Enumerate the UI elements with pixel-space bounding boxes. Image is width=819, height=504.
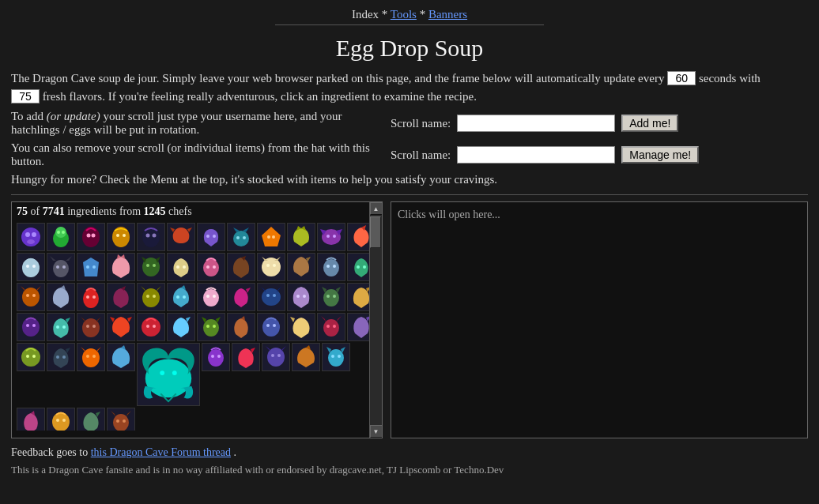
manage-form-label: You can also remove your scroll (or indi… xyxy=(11,141,391,168)
list-item[interactable] xyxy=(77,223,105,251)
list-item[interactable] xyxy=(257,283,285,311)
svg-point-80 xyxy=(92,325,96,328)
svg-point-40 xyxy=(203,259,219,276)
list-item[interactable] xyxy=(17,283,45,311)
svg-point-27 xyxy=(22,258,40,277)
list-item[interactable] xyxy=(47,223,75,251)
list-item[interactable] xyxy=(167,253,195,281)
list-item[interactable] xyxy=(227,223,255,251)
svg-point-87 xyxy=(262,318,280,337)
list-item[interactable] xyxy=(317,223,345,251)
chef-count: 1245 xyxy=(144,205,166,217)
list-item[interactable] xyxy=(227,313,255,341)
update-seconds-input[interactable] xyxy=(667,71,696,85)
list-item[interactable] xyxy=(287,223,315,251)
list-item[interactable] xyxy=(317,253,345,281)
svg-point-7 xyxy=(62,231,65,234)
list-item[interactable] xyxy=(197,223,225,251)
list-item[interactable] xyxy=(77,253,105,281)
list-item[interactable] xyxy=(107,253,135,281)
svg-point-3 xyxy=(27,239,35,244)
list-item[interactable] xyxy=(197,253,225,281)
list-item[interactable] xyxy=(167,223,195,251)
list-item[interactable] xyxy=(107,408,135,431)
svg-point-116 xyxy=(113,414,129,431)
list-item[interactable] xyxy=(47,253,75,281)
add-form-controls: Scroll name: Add me! xyxy=(391,115,678,132)
list-item[interactable] xyxy=(47,343,75,371)
list-item[interactable] xyxy=(107,343,135,371)
add-me-button[interactable]: Add me! xyxy=(621,115,678,132)
list-item[interactable] xyxy=(317,283,345,311)
scroll-name-label2: Scroll name: xyxy=(391,149,451,162)
scroll-track xyxy=(370,215,382,425)
list-item[interactable] xyxy=(257,223,285,251)
list-item[interactable] xyxy=(17,253,45,281)
list-item[interactable] xyxy=(287,283,315,311)
list-item[interactable] xyxy=(137,223,165,251)
list-item[interactable] xyxy=(287,253,315,281)
list-item[interactable] xyxy=(232,343,260,371)
list-item[interactable] xyxy=(107,283,135,311)
svg-point-23 xyxy=(272,235,275,239)
scroll-name-input2[interactable] xyxy=(457,146,615,164)
nav-tools[interactable]: Tools xyxy=(391,8,417,21)
svg-point-71 xyxy=(326,295,330,298)
list-item[interactable] xyxy=(262,343,290,371)
list-item[interactable] xyxy=(17,343,45,371)
list-item[interactable] xyxy=(317,313,345,341)
list-item[interactable] xyxy=(202,343,230,371)
scroll-up-arrow[interactable]: ▲ xyxy=(370,202,383,215)
list-item[interactable] xyxy=(107,223,135,251)
list-item[interactable] xyxy=(77,343,105,371)
scroll-thumb[interactable] xyxy=(370,216,381,248)
list-item[interactable] xyxy=(322,343,350,371)
list-item[interactable] xyxy=(107,313,135,341)
svg-point-37 xyxy=(153,264,156,267)
list-item[interactable] xyxy=(197,283,225,311)
svg-point-12 xyxy=(116,234,119,237)
add-form-row: To add (or update) your scroll just type… xyxy=(11,110,808,137)
list-item[interactable] xyxy=(17,408,45,431)
svg-point-69 xyxy=(303,295,306,298)
svg-point-11 xyxy=(112,227,130,247)
svg-point-26 xyxy=(333,235,336,238)
nav-banners[interactable]: Banners xyxy=(428,8,467,21)
list-item[interactable] xyxy=(137,253,165,281)
list-item[interactable] xyxy=(167,313,195,341)
list-item[interactable] xyxy=(227,253,255,281)
list-item[interactable] xyxy=(47,313,75,341)
scroll-name-input1[interactable] xyxy=(457,115,615,132)
ingredients-panel: 75 of 7741 ingredients from 1245 chefs xyxy=(11,201,383,438)
svg-point-66 xyxy=(266,294,270,297)
list-item[interactable] xyxy=(257,313,285,341)
svg-point-86 xyxy=(213,325,216,328)
list-item[interactable] xyxy=(227,283,255,311)
list-item[interactable] xyxy=(292,343,320,371)
forum-thread-link[interactable]: this Dragon Cave Forum thread xyxy=(91,446,231,458)
fresh-count-input[interactable] xyxy=(11,89,40,103)
svg-point-90 xyxy=(323,319,339,337)
scrollbar[interactable]: ▲ ▼ xyxy=(369,202,382,438)
list-item[interactable] xyxy=(47,283,75,311)
list-item[interactable] xyxy=(287,313,315,341)
svg-point-100 xyxy=(92,355,96,358)
list-item[interactable] xyxy=(257,253,285,281)
list-item[interactable] xyxy=(167,283,195,311)
scroll-down-arrow[interactable]: ▼ xyxy=(370,425,383,438)
list-item[interactable] xyxy=(17,223,45,251)
list-item[interactable] xyxy=(77,283,105,311)
list-item[interactable] xyxy=(47,408,75,431)
list-item[interactable] xyxy=(137,313,165,341)
list-item[interactable] xyxy=(17,313,45,341)
list-item[interactable] xyxy=(77,408,105,431)
feedback-suffix: . xyxy=(234,446,237,458)
svg-point-29 xyxy=(32,265,36,268)
manage-me-button[interactable]: Manage me! xyxy=(621,146,699,164)
list-item[interactable] xyxy=(137,283,165,311)
list-item[interactable] xyxy=(197,313,225,341)
list-item[interactable] xyxy=(77,313,105,341)
section-divider xyxy=(11,194,808,195)
list-item[interactable] xyxy=(137,343,200,406)
svg-point-44 xyxy=(266,264,270,267)
